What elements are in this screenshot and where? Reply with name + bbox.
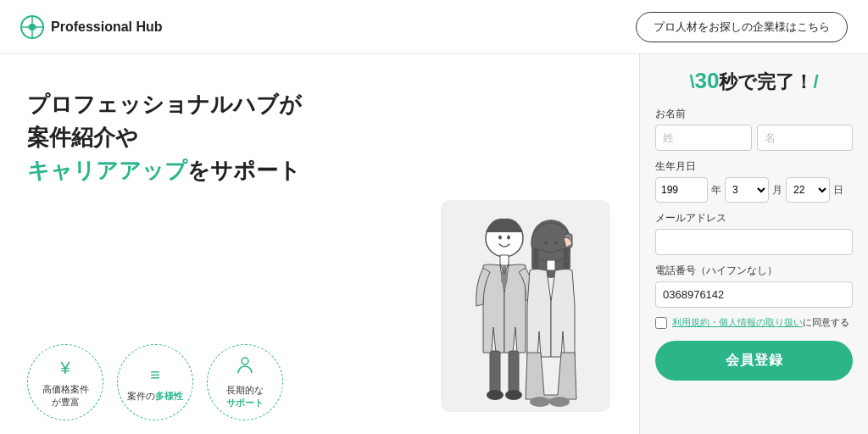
person-icon: [236, 356, 254, 381]
email-input[interactable]: [655, 229, 853, 255]
headline-line2: 案件紹介や: [27, 121, 619, 154]
feature-label-1: 高価格案件が豊富: [42, 383, 89, 408]
illustration: [432, 183, 619, 420]
logo-text: Professional Hub: [51, 19, 163, 35]
terms-text: 利用規約・個人情報の取り扱いに同意する: [672, 316, 849, 329]
svg-point-10: [487, 390, 504, 400]
hero-area: ¥ 高価格案件が豊富 ≡ 案件の多様性 長期的なサポート: [27, 204, 619, 420]
yen-icon: ¥: [60, 356, 70, 380]
svg-point-11: [505, 390, 522, 400]
svg-rect-9: [509, 351, 519, 393]
terms-checkbox-row: 利用規約・個人情報の取り扱いに同意する: [655, 316, 853, 329]
birth-day-select[interactable]: 122021 22232425: [786, 177, 830, 203]
birth-month-unit: 月: [772, 183, 782, 198]
svg-point-19: [530, 397, 550, 407]
feature-circle-2: ≡ 案件の多様性: [117, 344, 193, 420]
features: ¥ 高価格案件が豊富 ≡ 案件の多様性 長期的なサポート: [27, 344, 283, 420]
feature-label-2: 案件の多様性: [127, 390, 183, 403]
logo-area: Professional Hub: [20, 15, 163, 39]
birth-year-input[interactable]: [655, 177, 708, 203]
name-row: [655, 125, 853, 151]
email-group: メールアドレス: [655, 211, 853, 255]
svg-rect-8: [490, 351, 500, 393]
title-number: 30: [695, 68, 720, 93]
title-suffix: 秒で完了！: [719, 71, 813, 92]
phone-label: 電話番号（ハイフンなし）: [655, 264, 853, 278]
headline-green: キャリアアップ: [27, 158, 187, 183]
last-name-input[interactable]: [655, 125, 752, 151]
birth-row: 年 1234 5678 9101112 月 122021 22232425 日: [655, 177, 853, 203]
birth-month-select[interactable]: 1234 5678 9101112: [725, 177, 769, 203]
birth-day-unit: 日: [833, 183, 843, 198]
svg-point-12: [498, 236, 502, 240]
svg-point-15: [544, 241, 548, 245]
birth-label: 生年月日: [655, 159, 853, 174]
terms-checkbox[interactable]: [655, 317, 667, 329]
phone-group: 電話番号（ハイフンなし）: [655, 264, 853, 308]
feature-circle-3: 長期的なサポート: [207, 344, 283, 420]
svg-rect-18: [547, 260, 555, 270]
feature-circle-1: ¥ 高価格案件が豊富: [27, 344, 103, 420]
main-content: プロフェッショナルハブが 案件紹介や キャリアアップをサポート ¥ 高価格案件が…: [0, 54, 868, 434]
registration-form: \30秒で完了！/ お名前 生年月日 年 1234 5678 9101112 月: [639, 54, 868, 434]
name-label: お名前: [655, 107, 853, 121]
company-cta-button[interactable]: プロ人材をお探しの企業様はこちら: [636, 12, 848, 42]
svg-point-20: [549, 397, 570, 407]
logo-icon: [20, 15, 44, 39]
first-name-input[interactable]: [757, 125, 854, 151]
svg-point-13: [507, 236, 510, 240]
email-label: メールアドレス: [655, 211, 853, 225]
headline-line1: プロフェッショナルハブが: [27, 88, 619, 121]
feature-label-3: 長期的なサポート: [226, 384, 264, 409]
form-title: \30秒で完了！/: [655, 68, 853, 95]
svg-point-4: [242, 358, 248, 364]
headline-rest: をサポート: [187, 158, 301, 183]
terms-link[interactable]: 利用規約・個人情報の取り扱い: [672, 317, 803, 327]
list-icon: ≡: [150, 363, 160, 387]
headline: プロフェッショナルハブが 案件紹介や キャリアアップをサポート: [27, 88, 619, 187]
birth-year-unit: 年: [711, 183, 721, 198]
svg-point-16: [554, 241, 558, 245]
title-slash-right: /: [813, 71, 818, 92]
left-content: プロフェッショナルハブが 案件紹介や キャリアアップをサポート ¥ 高価格案件が…: [0, 54, 639, 434]
phone-input[interactable]: [655, 281, 853, 308]
birth-group: 生年月日 年 1234 5678 9101112 月 122021 222324…: [655, 159, 853, 203]
svg-rect-7: [500, 255, 509, 265]
name-group: お名前: [655, 107, 853, 151]
register-button[interactable]: 会員登録: [655, 341, 853, 381]
header: Professional Hub プロ人材をお探しの企業様はこちら: [0, 0, 868, 54]
